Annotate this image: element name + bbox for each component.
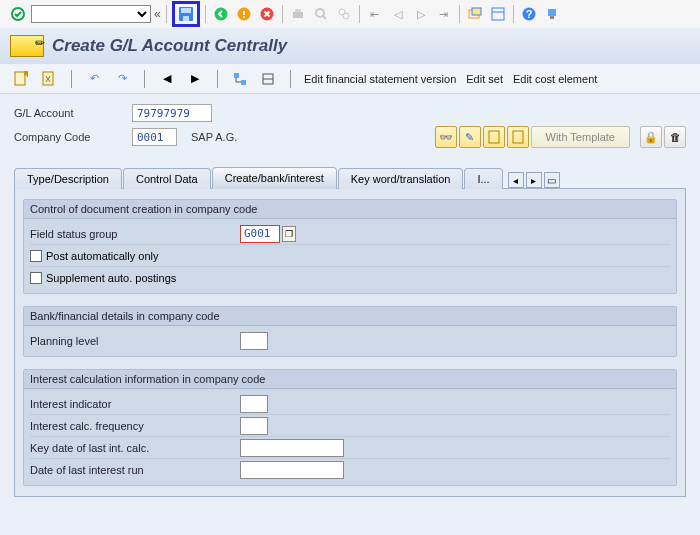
- page-title: Create G/L Account Centrally: [52, 36, 287, 56]
- edit-fs-link[interactable]: Edit financial statement version: [304, 73, 456, 85]
- tree-icon[interactable]: [231, 70, 249, 88]
- company-code-desc: SAP A.G.: [191, 131, 237, 143]
- svg-rect-16: [492, 8, 504, 20]
- svg-rect-29: [489, 131, 499, 143]
- transaction-icon: [10, 35, 44, 57]
- edit-set-link[interactable]: Edit set: [466, 73, 503, 85]
- interest-indicator-input[interactable]: [240, 395, 268, 413]
- svg-point-13: [343, 13, 349, 19]
- application-toolbar: ✱ ↶ ↷ ◀ ▶ Edit financial statement versi…: [0, 64, 700, 94]
- lock-icon[interactable]: 🔒: [640, 126, 662, 148]
- gl-account-input[interactable]: [132, 104, 212, 122]
- where-used-icon[interactable]: [259, 70, 277, 88]
- doc-toggle-icon[interactable]: [40, 70, 58, 88]
- svg-rect-25: [234, 73, 239, 78]
- nav-next-icon[interactable]: ▶: [186, 70, 204, 88]
- save-button[interactable]: [176, 4, 196, 24]
- create-doc-icon[interactable]: [483, 126, 505, 148]
- svg-point-10: [316, 9, 324, 17]
- company-code-input[interactable]: [132, 128, 177, 146]
- svg-text:?: ?: [525, 8, 532, 20]
- interest-indicator-label: Interest indicator: [30, 398, 240, 410]
- help-icon[interactable]: ?: [519, 4, 539, 24]
- key-date-input[interactable]: [240, 439, 344, 457]
- svg-rect-8: [293, 12, 303, 18]
- edit-icon[interactable]: ✎: [459, 126, 481, 148]
- svg-text:✱: ✱: [23, 71, 28, 79]
- tab-keyword-translation[interactable]: Key word/translation: [338, 168, 464, 189]
- svg-rect-21: [550, 16, 554, 19]
- svg-rect-30: [513, 131, 523, 143]
- supplement-auto-label: Supplement auto. postings: [46, 272, 176, 284]
- last-page-icon[interactable]: ⇥: [434, 4, 454, 24]
- doc-create-icon[interactable]: ✱: [12, 70, 30, 88]
- svg-rect-9: [295, 9, 301, 12]
- tab-panel: Control of document creation in company …: [14, 188, 686, 497]
- f4-help-icon[interactable]: ❐: [282, 226, 296, 242]
- header-actions: 👓 ✎ With Template 🔒 🗑: [435, 126, 687, 148]
- first-page-icon[interactable]: ⇤: [365, 4, 385, 24]
- svg-rect-26: [241, 80, 246, 85]
- svg-rect-3: [183, 16, 189, 21]
- last-run-input[interactable]: [240, 461, 344, 479]
- gl-account-label: G/L Account: [14, 107, 124, 119]
- tab-overflow[interactable]: I...: [464, 168, 502, 189]
- group-title: Bank/financial details in company code: [24, 307, 676, 326]
- tab-create-bank-interest[interactable]: Create/bank/interest: [212, 167, 337, 189]
- print-icon[interactable]: [288, 4, 308, 24]
- field-status-group-input[interactable]: [240, 225, 280, 243]
- svg-rect-2: [181, 8, 191, 13]
- layout-icon[interactable]: [488, 4, 508, 24]
- command-field[interactable]: [31, 5, 151, 23]
- redo-icon[interactable]: ↷: [113, 70, 131, 88]
- key-date-label: Key date of last int. calc.: [30, 442, 240, 454]
- tab-scroll-left-icon[interactable]: ◂: [508, 172, 524, 188]
- svg-line-11: [323, 16, 326, 19]
- back-icon[interactable]: [211, 4, 231, 24]
- new-session-icon[interactable]: [465, 4, 485, 24]
- cancel-icon[interactable]: [257, 4, 277, 24]
- group-doc-control: Control of document creation in company …: [23, 199, 677, 294]
- nav-prev-icon[interactable]: ◀: [158, 70, 176, 88]
- post-auto-checkbox[interactable]: Post automatically only: [30, 250, 159, 262]
- group-title: Control of document creation in company …: [24, 200, 676, 219]
- supplement-auto-checkbox[interactable]: Supplement auto. postings: [30, 272, 176, 284]
- tab-strip: Type/Description Control Data Create/ban…: [14, 166, 686, 188]
- collapse-icon[interactable]: «: [154, 7, 161, 21]
- title-bar: Create G/L Account Centrally: [0, 28, 700, 64]
- save-button-highlight: [172, 1, 200, 27]
- post-auto-label: Post automatically only: [46, 250, 159, 262]
- tab-list-icon[interactable]: ▭: [544, 172, 560, 188]
- exit-icon[interactable]: [234, 4, 254, 24]
- find-icon[interactable]: [311, 4, 331, 24]
- group-bank-details: Bank/financial details in company code P…: [23, 306, 677, 357]
- group-interest-calc: Interest calculation information in comp…: [23, 369, 677, 486]
- create-ref-icon[interactable]: [507, 126, 529, 148]
- prev-page-icon[interactable]: ◁: [388, 4, 408, 24]
- delete-icon[interactable]: 🗑: [664, 126, 686, 148]
- next-page-icon[interactable]: ▷: [411, 4, 431, 24]
- main-area: G/L Account Company Code SAP A.G. 👓 ✎ Wi…: [0, 94, 700, 535]
- interest-freq-label: Interest calc. frequency: [30, 420, 240, 432]
- with-template-button[interactable]: With Template: [531, 126, 631, 148]
- settings-icon[interactable]: [542, 4, 562, 24]
- display-change-icon[interactable]: 👓: [435, 126, 457, 148]
- undo-icon[interactable]: ↶: [85, 70, 103, 88]
- svg-point-4: [214, 8, 227, 21]
- interest-freq-input[interactable]: [240, 417, 268, 435]
- tab-scroll-right-icon[interactable]: ▸: [526, 172, 542, 188]
- planning-level-input[interactable]: [240, 332, 268, 350]
- svg-point-6: [243, 16, 245, 18]
- last-run-label: Date of last interest run: [30, 464, 240, 476]
- fsg-label: Field status group: [30, 228, 240, 240]
- ok-icon[interactable]: [8, 4, 28, 24]
- tab-control-data[interactable]: Control Data: [123, 168, 211, 189]
- system-toolbar: « ⇤ ◁ ▷ ⇥ ?: [0, 0, 700, 28]
- tab-type-description[interactable]: Type/Description: [14, 168, 122, 189]
- find-next-icon[interactable]: [334, 4, 354, 24]
- svg-rect-15: [472, 8, 481, 15]
- company-code-label: Company Code: [14, 131, 124, 143]
- group-title: Interest calculation information in comp…: [24, 370, 676, 389]
- edit-ce-link[interactable]: Edit cost element: [513, 73, 597, 85]
- svg-rect-20: [548, 9, 556, 16]
